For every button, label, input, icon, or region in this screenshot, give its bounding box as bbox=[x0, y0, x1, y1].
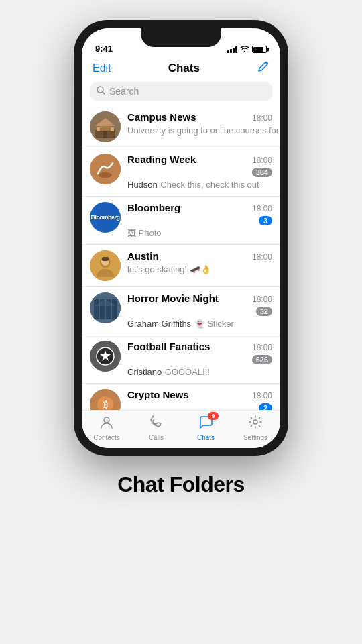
tab-settings[interactable]: Settings bbox=[231, 415, 280, 441]
nav-header: Edit Chats bbox=[82, 58, 280, 82]
chat-name: Bloomberg bbox=[127, 202, 180, 213]
chat-message: University is going to online courses fo… bbox=[127, 125, 280, 136]
avatar: Bloomberg bbox=[90, 202, 121, 233]
phone-shell: 9:41 bbox=[74, 20, 288, 456]
chat-meta: 18:00 2 bbox=[249, 391, 272, 410]
list-item[interactable]: Reading Week 18:00 384 Hudson Check this… bbox=[82, 148, 280, 197]
list-item[interactable]: Austin 18:00 let's go skating! 🛹👌 bbox=[82, 245, 280, 287]
chat-sender: Graham Griffiths bbox=[127, 319, 191, 329]
chat-meta: 18:00 32 bbox=[249, 294, 272, 316]
tab-chats[interactable]: 9 Chats bbox=[181, 415, 231, 441]
chat-time: 18:00 bbox=[252, 204, 272, 213]
tab-calls[interactable]: Calls bbox=[131, 415, 181, 441]
chat-sender: Hudson bbox=[127, 180, 158, 190]
chat-meta: 18:00 626 bbox=[249, 343, 272, 364]
chat-message: let's go skating! 🛹👌 bbox=[127, 264, 211, 274]
svg-text:₿: ₿ bbox=[103, 399, 108, 410]
chat-name: Austin bbox=[127, 250, 159, 262]
tab-calls-label: Calls bbox=[149, 434, 164, 441]
avatar: ₿ bbox=[90, 389, 121, 410]
search-icon bbox=[97, 86, 105, 97]
page-heading: Chat Folders bbox=[117, 472, 245, 497]
chat-message: 🖼 Photo bbox=[127, 228, 162, 238]
tab-bar: Contacts Calls 9 Chats bbox=[82, 410, 280, 448]
search-placeholder: Search bbox=[109, 86, 139, 97]
settings-icon bbox=[248, 415, 263, 433]
avatar bbox=[90, 154, 121, 184]
chat-content: Horror Movie Night 18:00 32 Graham Griff… bbox=[127, 292, 272, 329]
contacts-icon bbox=[99, 415, 114, 433]
chat-name: Football Fanatics bbox=[127, 341, 210, 352]
list-item[interactable]: Horror Movie Night 18:00 32 Graham Griff… bbox=[82, 287, 280, 335]
list-item[interactable]: Bloomberg Bloomberg 18:00 3 🖼 Photo bbox=[82, 197, 280, 245]
chat-content: Reading Week 18:00 384 Hudson Check this… bbox=[127, 154, 272, 191]
chat-content: Campus News 18:00 University is going to… bbox=[127, 111, 272, 136]
badge: 626 bbox=[252, 355, 272, 364]
compose-button[interactable] bbox=[257, 60, 269, 76]
edit-button[interactable]: Edit bbox=[93, 62, 111, 74]
chats-badge: 9 bbox=[208, 412, 219, 420]
status-time: 9:41 bbox=[95, 44, 113, 54]
chat-name: Campus News bbox=[127, 111, 196, 123]
svg-rect-8 bbox=[90, 154, 121, 184]
badge: 384 bbox=[252, 168, 272, 177]
page-title: Chats bbox=[168, 62, 200, 75]
avatar bbox=[90, 341, 121, 372]
chat-content: Crypto News 18:00 2 Boss What a few week… bbox=[127, 389, 272, 410]
list-item[interactable]: ₿ Crypto News 18:00 2 Boss What a few we… bbox=[82, 384, 280, 410]
chat-meta: 18:00 384 bbox=[249, 156, 272, 177]
chat-message: 👻 Sticker bbox=[194, 319, 234, 329]
svg-point-9 bbox=[99, 172, 112, 178]
status-icons bbox=[227, 45, 267, 54]
chat-list: Campus News 18:00 University is going to… bbox=[82, 106, 280, 410]
chat-content: Austin 18:00 let's go skating! 🛹👌 bbox=[127, 250, 272, 275]
tab-contacts[interactable]: Contacts bbox=[82, 415, 131, 441]
list-item[interactable]: Football Fanatics 18:00 626 Cristiano GO… bbox=[82, 335, 280, 384]
search-bar[interactable]: Search bbox=[90, 82, 272, 101]
list-item[interactable]: Campus News 18:00 University is going to… bbox=[82, 106, 280, 148]
svg-point-29 bbox=[104, 417, 109, 423]
svg-rect-5 bbox=[103, 131, 107, 138]
badge: 3 bbox=[259, 216, 272, 225]
avatar bbox=[90, 292, 121, 323]
tab-contacts-label: Contacts bbox=[93, 434, 119, 441]
svg-rect-13 bbox=[102, 257, 109, 261]
chat-time: 18:00 bbox=[252, 156, 272, 165]
chat-name: Horror Movie Night bbox=[127, 292, 219, 304]
chat-time: 18:00 bbox=[252, 113, 272, 123]
chat-content: Bloomberg 18:00 3 🖼 Photo bbox=[127, 202, 272, 239]
svg-rect-7 bbox=[111, 127, 114, 131]
tab-settings-label: Settings bbox=[243, 434, 267, 441]
wifi-icon bbox=[240, 45, 249, 54]
chat-message: Check this, check this out bbox=[160, 180, 259, 190]
battery-icon bbox=[252, 46, 267, 53]
avatar bbox=[90, 111, 121, 142]
chat-name: Crypto News bbox=[127, 389, 189, 400]
chat-time: 18:00 bbox=[252, 391, 272, 400]
calls-icon bbox=[149, 415, 164, 433]
badge: 32 bbox=[256, 307, 272, 316]
chat-time: 18:00 bbox=[252, 343, 272, 352]
chat-sender: Cristiano bbox=[127, 367, 162, 377]
chat-time: 18:00 bbox=[252, 294, 272, 304]
chat-name: Reading Week bbox=[127, 154, 196, 165]
phone-screen: 9:41 bbox=[82, 28, 280, 448]
chat-message: GOOOAL!!! bbox=[165, 367, 210, 377]
svg-rect-6 bbox=[97, 127, 100, 131]
chats-icon: 9 bbox=[198, 415, 213, 433]
notch bbox=[141, 28, 221, 47]
avatar bbox=[90, 250, 121, 281]
tab-chats-label: Chats bbox=[197, 434, 215, 441]
signal-bars-icon bbox=[227, 46, 237, 53]
svg-point-30 bbox=[253, 420, 257, 424]
badge: 2 bbox=[259, 403, 272, 410]
chat-meta: 18:00 3 bbox=[249, 204, 272, 225]
chat-content: Football Fanatics 18:00 626 Cristiano GO… bbox=[127, 341, 272, 378]
chat-time: 18:00 bbox=[252, 252, 272, 262]
